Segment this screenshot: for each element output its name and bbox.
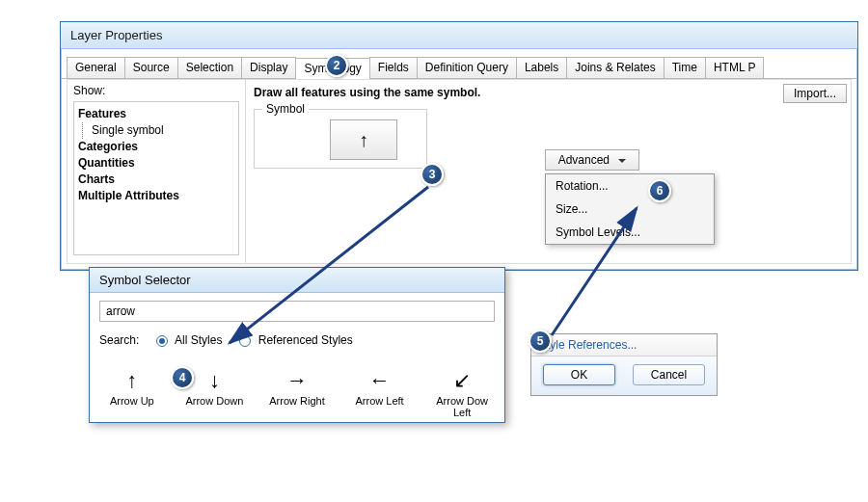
tree-single-symbol[interactable]: Single symbol — [78, 122, 234, 139]
symbol-label: Arrow Up — [99, 395, 165, 407]
arrow-down-left-icon: ↙ — [429, 368, 495, 395]
cancel-button[interactable]: Cancel — [633, 364, 705, 385]
all-styles-radio[interactable]: All Styles — [156, 333, 222, 347]
tree-quantities[interactable]: Quantities — [78, 155, 234, 172]
style-references-link[interactable]: Style References... — [539, 338, 637, 352]
radio-unchecked-icon — [239, 335, 251, 347]
advanced-button[interactable]: Advanced — [545, 149, 639, 171]
advanced-menu-symbol-levels[interactable]: Symbol Levels... — [546, 221, 714, 244]
symbol-item-arrow-right[interactable]: → Arrow Right — [264, 368, 330, 418]
ok-button[interactable]: OK — [543, 364, 615, 385]
symbol-item-arrow-up[interactable]: ↑ Arrow Up — [99, 368, 165, 418]
symbology-panel: Show: Features Single symbol Categories … — [67, 79, 852, 264]
symbol-label: Arrow Left — [347, 395, 413, 407]
callout-badge-3: 3 — [420, 163, 444, 186]
import-button[interactable]: Import... — [783, 84, 847, 103]
tab-source[interactable]: Source — [124, 57, 178, 78]
layer-properties-title: Layer Properties — [61, 22, 857, 49]
advanced-button-label: Advanced — [558, 153, 610, 167]
callout-badge-5: 5 — [529, 330, 552, 353]
symbol-item-arrow-down-left[interactable]: ↙ Arrow Dow Left — [429, 368, 495, 418]
arrow-right-icon: → — [264, 368, 330, 395]
referenced-styles-label: Referenced Styles — [258, 333, 353, 347]
tab-html-popup[interactable]: HTML P — [705, 57, 765, 78]
symbol-selector-window: Symbol Selector Search: All Styles Refer… — [89, 267, 505, 423]
show-label: Show: — [73, 84, 239, 97]
symbol-selector-title: Symbol Selector — [90, 268, 504, 293]
callout-badge-2: 2 — [325, 54, 348, 77]
layer-properties-window: Layer Properties General Source Selectio… — [60, 21, 858, 271]
tab-fields[interactable]: Fields — [369, 57, 418, 78]
tree-features[interactable]: Features — [78, 106, 234, 122]
tree-multiple-attributes[interactable]: Multiple Attributes — [78, 188, 234, 204]
arrow-left-icon: ← — [347, 368, 413, 395]
symbol-gallery: ↑ Arrow Up ↓ Arrow Down → Arrow Right ← … — [99, 364, 495, 418]
advanced-menu: Rotation... Size... Symbol Levels... — [545, 173, 715, 245]
callout-badge-4: 4 — [171, 366, 194, 389]
symbol-item-arrow-left[interactable]: ← Arrow Left — [347, 368, 413, 418]
advanced-menu-size[interactable]: Size... — [546, 198, 714, 221]
symbology-heading: Draw all features using the same symbol. — [254, 86, 843, 99]
symbology-tree: Features Single symbol Categories Quanti… — [73, 101, 239, 255]
search-label: Search: — [99, 333, 139, 347]
radio-checked-icon — [156, 335, 168, 347]
tab-selection[interactable]: Selection — [177, 57, 242, 78]
symbol-group-label: Symbol — [262, 102, 309, 116]
all-styles-label: All Styles — [175, 333, 222, 347]
layer-properties-tabs: General Source Selection Display Symbolo… — [61, 49, 857, 79]
symbol-label: Arrow Dow Left — [429, 395, 495, 418]
symbol-label: Arrow Down — [182, 395, 248, 407]
callout-badge-6: 6 — [648, 179, 671, 202]
tab-general[interactable]: General — [67, 57, 125, 78]
tree-charts[interactable]: Charts — [78, 172, 234, 188]
symbol-group: Symbol ↑ — [254, 109, 427, 169]
tab-joins-relates[interactable]: Joins & Relates — [566, 57, 664, 78]
tab-display[interactable]: Display — [241, 57, 296, 78]
referenced-styles-radio[interactable]: Referenced Styles — [239, 333, 352, 347]
tree-categories[interactable]: Categories — [78, 139, 234, 155]
tab-definition-query[interactable]: Definition Query — [417, 57, 517, 78]
style-references-panel: Style References... OK Cancel — [530, 333, 718, 396]
tab-labels[interactable]: Labels — [516, 57, 567, 78]
advanced-menu-rotation[interactable]: Rotation... — [546, 174, 714, 198]
symbol-search-input[interactable] — [99, 301, 495, 322]
symbol-swatch[interactable]: ↑ — [330, 119, 397, 160]
arrow-up-icon: ↑ — [359, 130, 368, 149]
arrow-up-icon: ↑ — [99, 368, 165, 395]
tab-time[interactable]: Time — [664, 57, 706, 78]
symbol-label: Arrow Right — [264, 395, 330, 407]
show-panel: Show: Features Single symbol Categories … — [68, 80, 246, 263]
